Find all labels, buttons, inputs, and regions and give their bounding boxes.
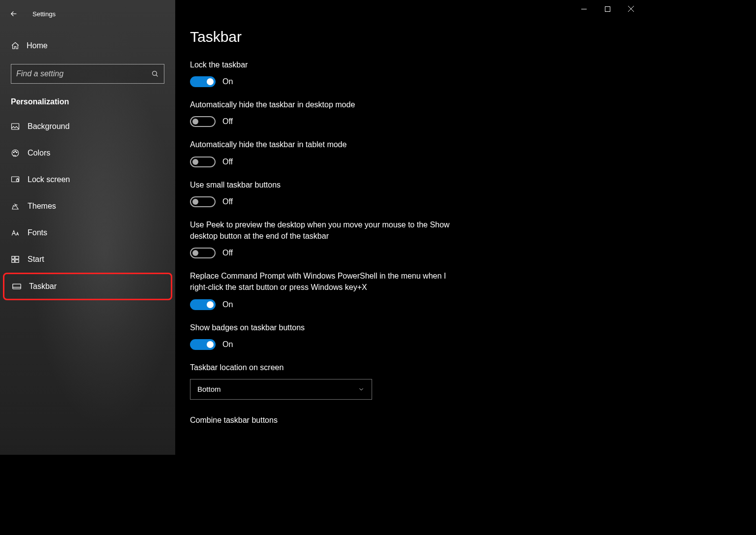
- nav-home[interactable]: Home: [0, 34, 175, 57]
- dropdown-value: Bottom: [197, 385, 221, 393]
- nav-label: Colors: [28, 149, 50, 157]
- setting-label: Use small taskbar buttons: [190, 179, 456, 190]
- setting-autohide-tablet: Automatically hide the taskbar in tablet…: [190, 139, 456, 167]
- toggle-autohide-desktop[interactable]: [190, 116, 216, 127]
- svg-rect-11: [15, 260, 19, 262]
- nav-item-lockscreen[interactable]: Lock screen: [0, 166, 175, 193]
- setting-label: Automatically hide the taskbar in deskto…: [190, 99, 456, 110]
- nav-item-taskbar[interactable]: Taskbar: [3, 273, 172, 300]
- setting-lock-taskbar: Lock the taskbar On: [190, 59, 456, 87]
- svg-rect-1: [12, 124, 19, 129]
- setting-autohide-desktop: Automatically hide the taskbar in deskto…: [190, 99, 456, 127]
- toggle-peek[interactable]: [190, 248, 216, 258]
- setting-label: Show badges on taskbar buttons: [190, 322, 456, 333]
- setting-badges: Show badges on taskbar buttons On: [190, 322, 456, 350]
- svg-rect-12: [13, 284, 21, 289]
- setting-peek: Use Peek to preview the desktop when you…: [190, 219, 456, 258]
- nav-label: Fonts: [28, 228, 47, 237]
- dropdown-taskbar-location[interactable]: Bottom: [190, 379, 372, 400]
- toggle-state: On: [222, 340, 233, 349]
- page-title: Taskbar: [190, 29, 643, 45]
- toggle-state: On: [222, 300, 233, 309]
- search-icon: [151, 70, 159, 78]
- close-icon: [628, 6, 634, 12]
- toggle-powershell[interactable]: [190, 299, 216, 310]
- content-area: Taskbar Lock the taskbar On Automaticall…: [175, 0, 643, 455]
- nav-label: Start: [28, 255, 44, 264]
- chevron-down-icon: [358, 386, 365, 393]
- picture-icon: [11, 123, 20, 130]
- nav-item-background[interactable]: Background: [0, 113, 175, 140]
- toggle-small-buttons[interactable]: [190, 196, 216, 207]
- minimize-icon: [581, 6, 587, 12]
- window-controls: [572, 0, 643, 18]
- app-title: Settings: [32, 10, 56, 18]
- nav-item-themes[interactable]: Themes: [0, 193, 175, 220]
- toggle-lock-taskbar[interactable]: [190, 76, 216, 87]
- setting-small-buttons: Use small taskbar buttons Off: [190, 179, 456, 207]
- lock-screen-icon: [11, 176, 20, 184]
- minimize-button[interactable]: [572, 0, 596, 18]
- setting-combine: Combine taskbar buttons: [190, 414, 456, 426]
- titlebar: Settings: [0, 4, 175, 24]
- fonts-icon: [11, 229, 20, 237]
- palette-icon: [11, 149, 20, 157]
- svg-rect-9: [15, 256, 19, 259]
- toggle-autohide-tablet[interactable]: [190, 157, 216, 167]
- back-button[interactable]: [5, 5, 23, 23]
- nav-label: Taskbar: [29, 282, 57, 291]
- setting-label: Combine taskbar buttons: [190, 414, 456, 426]
- setting-label: Replace Command Prompt with Windows Powe…: [190, 270, 456, 293]
- nav-item-colors[interactable]: Colors: [0, 140, 175, 166]
- toggle-state: Off: [222, 117, 233, 126]
- setting-label: Taskbar location on screen: [190, 362, 456, 373]
- setting-label: Automatically hide the taskbar in tablet…: [190, 139, 456, 150]
- setting-label: Lock the taskbar: [190, 59, 456, 70]
- svg-point-5: [16, 152, 17, 153]
- toggle-badges[interactable]: [190, 339, 216, 350]
- themes-icon: [11, 202, 20, 211]
- setting-label: Use Peek to preview the desktop when you…: [190, 219, 456, 242]
- toggle-state: Off: [222, 157, 233, 166]
- setting-location: Taskbar location on screen Bottom: [190, 362, 456, 400]
- home-icon: [11, 41, 20, 50]
- svg-rect-7: [16, 179, 19, 181]
- section-label: Personalization: [11, 97, 164, 106]
- setting-powershell: Replace Command Prompt with Windows Powe…: [190, 270, 456, 310]
- maximize-icon: [605, 6, 610, 12]
- maximize-button[interactable]: [596, 0, 619, 18]
- toggle-state: Off: [222, 197, 233, 206]
- svg-point-4: [15, 151, 16, 152]
- svg-point-0: [153, 71, 157, 76]
- nav-list: Background Colors Lock screen Themes Fon…: [0, 113, 175, 300]
- search-input[interactable]: [16, 69, 151, 78]
- nav-item-start[interactable]: Start: [0, 246, 175, 273]
- toggle-state: On: [222, 77, 233, 86]
- svg-rect-10: [12, 260, 14, 262]
- svg-rect-8: [12, 256, 14, 259]
- close-button[interactable]: [619, 0, 643, 18]
- nav-label: Background: [28, 122, 69, 131]
- svg-rect-15: [605, 6, 610, 11]
- sidebar: Settings Home Personalization Background…: [0, 0, 175, 455]
- nav-label: Lock screen: [28, 175, 70, 184]
- svg-point-3: [13, 152, 14, 153]
- taskbar-icon: [12, 283, 21, 290]
- nav-item-fonts[interactable]: Fonts: [0, 220, 175, 246]
- nav-home-label: Home: [27, 41, 48, 50]
- start-icon: [11, 255, 20, 263]
- search-box[interactable]: [11, 64, 164, 84]
- toggle-state: Off: [222, 249, 233, 257]
- nav-label: Themes: [28, 202, 56, 211]
- arrow-left-icon: [9, 9, 18, 18]
